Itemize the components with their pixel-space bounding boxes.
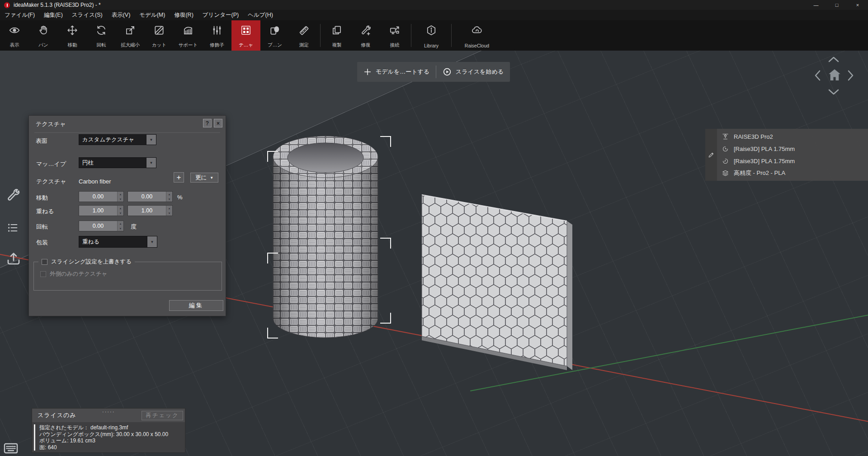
more-texture-button[interactable]: 更に ▼ bbox=[190, 173, 218, 183]
move-y-spinbox[interactable]: 0.00 ▲ ▼ bbox=[127, 191, 173, 202]
spin-up-icon[interactable]: ▲ bbox=[118, 206, 123, 211]
slice-panel-title: スライスのみ bbox=[38, 411, 76, 419]
info-accent-bar bbox=[34, 424, 35, 451]
duplicate-icon bbox=[331, 24, 343, 36]
rotate-left-button[interactable] bbox=[814, 70, 821, 81]
tool-view[interactable]: 表示 bbox=[0, 20, 29, 51]
printer-settings-panel[interactable]: RAISE3D Pro2 [Raise3D] PLA 1.75mm [Raise… bbox=[705, 129, 868, 181]
tile-y-spinbox[interactable]: 1.00 ▲ ▼ bbox=[127, 205, 173, 216]
home-view-button[interactable] bbox=[826, 67, 843, 83]
mapping-type-dropdown[interactable]: 円柱 ▼ bbox=[79, 157, 156, 168]
recheck-button[interactable]: 再チェック bbox=[142, 411, 183, 420]
chevron-down-icon bbox=[828, 89, 840, 95]
wrap-dropdown[interactable]: 重ねる ▼ bbox=[79, 236, 157, 248]
dialog-help-button[interactable]: ? bbox=[203, 119, 212, 127]
drag-handle-icon[interactable]: ····· bbox=[102, 409, 115, 414]
start-slice-button[interactable]: スライスを始める bbox=[436, 62, 510, 82]
add-texture-button[interactable]: + bbox=[174, 172, 184, 183]
tool-connect[interactable]: 接続 bbox=[380, 20, 409, 51]
model-list-button[interactable] bbox=[6, 221, 19, 234]
spin-up-icon[interactable]: ▲ bbox=[118, 221, 123, 226]
chevron-up-icon bbox=[828, 56, 840, 63]
rotate-spinbox[interactable]: 0.00 ▲ ▼ bbox=[79, 221, 124, 231]
move-x-spinbox[interactable]: 0.00 ▲ ▼ bbox=[79, 191, 124, 202]
tool-move[interactable]: 移動 bbox=[58, 20, 87, 51]
menu-help[interactable]: ヘルプ(H) bbox=[243, 10, 278, 20]
ruler-icon bbox=[298, 24, 310, 36]
move-label: 移動 bbox=[36, 194, 48, 202]
keyboard-shortcuts-button[interactable] bbox=[4, 443, 18, 454]
rotate-right-button[interactable] bbox=[847, 70, 854, 81]
edit-button[interactable]: 編集 bbox=[169, 300, 223, 311]
tool-texture[interactable]: テ…ャ bbox=[231, 20, 260, 51]
slice-template-row[interactable]: 高精度 - Pro2 - PLA bbox=[722, 168, 868, 178]
tool-modifier[interactable]: 修飾子 bbox=[203, 20, 231, 51]
close-button[interactable]: × bbox=[847, 0, 868, 10]
tool-rotate[interactable]: 回転 bbox=[87, 20, 116, 51]
tool-scale[interactable]: 拡大縮小 bbox=[116, 20, 145, 51]
outer-only-label: 外側のみのテクスチャ bbox=[50, 270, 107, 278]
hand-icon bbox=[38, 24, 49, 36]
minimize-button[interactable]: — bbox=[806, 0, 826, 10]
window-title: ideaMaker 5.1.3 (RAISE3D Pro2) - * bbox=[14, 2, 101, 8]
tool-repair[interactable]: 修復 bbox=[351, 20, 380, 51]
texture-dialog: テクスチャ ? × 表面 カスタムテクスチャ ▼ マッ…イプ 円柱 ▼ テクスチ… bbox=[28, 115, 226, 316]
spin-up-icon[interactable]: ▲ bbox=[118, 192, 123, 197]
dialog-close-button[interactable]: × bbox=[214, 119, 222, 127]
rotate-up-button[interactable] bbox=[828, 56, 840, 63]
tool-cut[interactable]: カット bbox=[145, 20, 174, 51]
export-upload-button[interactable] bbox=[5, 249, 22, 268]
menu-printer[interactable]: プリンター(P) bbox=[198, 10, 243, 20]
surface-dropdown[interactable]: カスタムテクスチャ ▼ bbox=[79, 134, 156, 145]
toolbar-separator bbox=[320, 24, 321, 47]
tool-measure[interactable]: 測定 bbox=[289, 20, 318, 51]
eye-icon bbox=[9, 24, 20, 36]
tool-boolean[interactable]: ブ…ン bbox=[260, 20, 289, 51]
spin-down-icon[interactable]: ▼ bbox=[118, 197, 123, 202]
panel-edit-strip[interactable] bbox=[705, 129, 717, 181]
override-slicing-checkbox[interactable] bbox=[42, 259, 47, 265]
keyboard-icon bbox=[4, 443, 18, 454]
outer-only-checkbox[interactable] bbox=[40, 271, 46, 277]
tile-x-spinbox[interactable]: 1.00 ▲ ▼ bbox=[79, 205, 124, 216]
scale-icon bbox=[124, 24, 136, 36]
slice-panel-header[interactable]: スライスのみ ····· 再チェック bbox=[32, 409, 185, 422]
menu-file[interactable]: ファイル(F) bbox=[0, 10, 39, 20]
spin-down-icon[interactable]: ▼ bbox=[118, 211, 123, 216]
tool-duplicate[interactable]: 複製 bbox=[322, 20, 351, 51]
menu-slice[interactable]: スライス(S) bbox=[67, 10, 107, 20]
tool-library[interactable]: Library bbox=[413, 20, 449, 51]
titlebar: ideaMaker 5.1.3 (RAISE3D Pro2) - * — □ × bbox=[0, 0, 868, 10]
upload-icon bbox=[5, 249, 22, 268]
boolean-icon bbox=[269, 24, 281, 36]
menu-repair[interactable]: 修復(R) bbox=[170, 10, 198, 20]
model-honeycomb-plate[interactable] bbox=[422, 195, 572, 370]
model-woven-cylinder[interactable] bbox=[273, 136, 378, 338]
dropdown-arrow-icon: ▼ bbox=[146, 135, 156, 145]
spin-down-icon[interactable]: ▼ bbox=[118, 226, 123, 231]
spin-up-icon[interactable]: ▲ bbox=[166, 192, 172, 197]
import-model-button[interactable]: モデルを…ートする bbox=[357, 62, 436, 82]
spin-down-icon[interactable]: ▼ bbox=[166, 211, 172, 216]
spin-up-icon[interactable]: ▲ bbox=[166, 206, 172, 211]
menu-model[interactable]: モデル(M) bbox=[135, 10, 170, 20]
override-settings-group: スライシング設定を上書きする 外側のみのテクスチャ bbox=[33, 262, 222, 291]
spin-down-icon[interactable]: ▼ bbox=[166, 197, 172, 202]
left-nozzle-row[interactable]: [Raise3D] PLA 1.75mm bbox=[722, 144, 868, 154]
tool-raisecloud[interactable]: RaiseCloud bbox=[453, 20, 500, 51]
mapping-type-label: マッ…イプ bbox=[36, 160, 66, 168]
rotate-down-button[interactable] bbox=[828, 89, 840, 95]
wrap-label: 包装 bbox=[36, 239, 48, 247]
rotate-unit: 度 bbox=[131, 223, 137, 231]
move-unit: % bbox=[177, 194, 183, 201]
right-nozzle-row[interactable]: [Raise3D] PLA 1.75mm bbox=[722, 156, 868, 166]
menu-view[interactable]: 表示(V) bbox=[107, 10, 135, 20]
tool-support[interactable]: サポート bbox=[174, 20, 203, 51]
tool-pan[interactable]: パン bbox=[29, 20, 58, 51]
maximize-button[interactable]: □ bbox=[826, 0, 847, 10]
printer-row[interactable]: RAISE3D Pro2 bbox=[722, 132, 868, 141]
cut-icon bbox=[153, 24, 165, 36]
dropdown-arrow-icon: ▼ bbox=[147, 236, 157, 247]
settings-tool-button[interactable] bbox=[5, 188, 21, 203]
menu-edit[interactable]: 編集(E) bbox=[39, 10, 67, 20]
